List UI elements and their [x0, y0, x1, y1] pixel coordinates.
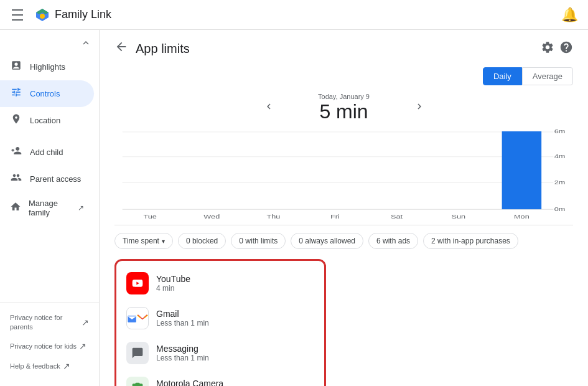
usage-chart: 6m 4m 2m 0m Tue Wed — [114, 126, 573, 225]
chip-time-spent[interactable]: Time spent ▾ — [114, 233, 173, 249]
date-info: Today, January 9 5 min — [282, 93, 406, 123]
next-day-button[interactable] — [406, 98, 432, 118]
prev-day-button[interactable] — [256, 98, 282, 118]
app-item-gmail[interactable]: Gmail Less than 1 min — [116, 301, 324, 336]
sidebar: Highlights Controls Location Add chi — [0, 30, 100, 386]
daily-toggle-button[interactable]: Daily — [483, 67, 522, 85]
help-feedback-link[interactable]: Help & feedback ↗ — [0, 356, 99, 376]
parent-access-label: Parent access — [30, 174, 81, 184]
chip-with-ads-label: 6 with ads — [376, 237, 410, 245]
privacy-parents-link[interactable]: Privacy notice for parents ↗ — [0, 308, 99, 336]
sidebar-item-controls-label: Controls — [30, 89, 60, 98]
chip-blocked-label: 0 blocked — [186, 237, 218, 245]
highlights-icon — [10, 60, 22, 74]
help-feedback-ext-icon: ↗ — [63, 361, 70, 371]
location-icon — [10, 113, 22, 128]
manage-family-label: Manage family — [29, 199, 75, 217]
gmail-icon — [126, 307, 149, 329]
svg-point-2 — [40, 14, 45, 19]
settings-icon[interactable] — [541, 40, 554, 57]
sidebar-item-location-label: Location — [30, 116, 60, 125]
svg-text:Tue: Tue — [143, 213, 156, 219]
sidebar-item-controls[interactable]: Controls — [0, 80, 94, 107]
parent-access-icon — [10, 172, 22, 186]
page-header: App limits — [114, 40, 573, 57]
chip-with-limits[interactable]: 0 with limits — [231, 233, 286, 249]
back-button[interactable] — [114, 40, 128, 57]
time-display: 5 min — [282, 100, 406, 123]
average-toggle-button[interactable]: Average — [522, 67, 573, 85]
svg-text:6m: 6m — [554, 128, 566, 134]
chip-in-app-purchases[interactable]: 2 with in-app purchases — [423, 233, 518, 249]
app-logo — [35, 7, 50, 22]
add-child-icon — [10, 145, 22, 159]
app-item-camera[interactable]: Motorola Camera Less than 1 min — [116, 370, 324, 386]
help-icon[interactable] — [559, 40, 573, 57]
main-layout: Highlights Controls Location Add chi — [0, 30, 588, 386]
svg-text:Fri: Fri — [330, 213, 340, 219]
sidebar-item-add-child[interactable]: Add child — [0, 139, 94, 166]
messaging-name: Messaging — [156, 344, 209, 354]
sidebar-item-highlights-label: Highlights — [30, 62, 65, 72]
svg-text:Sun: Sun — [451, 213, 465, 219]
svg-text:Sat: Sat — [391, 213, 403, 219]
notifications-icon[interactable]: 🔔 — [561, 7, 578, 23]
svg-text:Mon: Mon — [514, 213, 530, 219]
messaging-time: Less than 1 min — [156, 354, 209, 362]
app-list-wrapper: YouTube 4 min Gmail Less than 1 min — [114, 259, 573, 386]
camera-icon — [126, 377, 149, 386]
sidebar-item-manage-family[interactable]: Manage family ↗ — [0, 192, 94, 224]
chip-in-app-purchases-label: 2 with in-app purchases — [431, 237, 510, 245]
manage-family-icon — [10, 201, 21, 215]
chip-time-spent-label: Time spent — [123, 237, 159, 245]
chip-blocked[interactable]: 0 blocked — [178, 233, 226, 249]
svg-rect-11 — [502, 131, 542, 209]
add-child-label: Add child — [30, 148, 63, 157]
svg-text:0m: 0m — [554, 205, 566, 212]
page-header-actions — [541, 40, 573, 57]
view-toggle: Daily Average — [114, 67, 573, 85]
youtube-time: 4 min — [156, 284, 190, 293]
youtube-name: YouTube — [156, 274, 190, 284]
app-item-messaging[interactable]: Messaging Less than 1 min — [116, 336, 324, 370]
chip-with-limits-label: 0 with limits — [239, 237, 278, 245]
manage-family-ext-icon: ↗ — [78, 204, 84, 212]
gmail-time: Less than 1 min — [156, 319, 209, 327]
chip-always-allowed[interactable]: 0 always allowed — [291, 233, 363, 249]
filter-chips: Time spent ▾ 0 blocked 0 with limits 0 a… — [114, 233, 573, 249]
app-list: YouTube 4 min Gmail Less than 1 min — [114, 259, 326, 386]
svg-text:Thu: Thu — [266, 213, 280, 219]
svg-text:4m: 4m — [554, 153, 566, 159]
privacy-kids-link[interactable]: Privacy notice for kids ↗ — [0, 336, 99, 356]
menu-icon[interactable] — [10, 7, 25, 22]
privacy-parents-ext-icon: ↗ — [82, 318, 89, 327]
chip-with-ads[interactable]: 6 with ads — [368, 233, 418, 249]
svg-text:2m: 2m — [554, 179, 566, 186]
date-label: Today, January 9 — [282, 93, 406, 100]
sidebar-collapse-button[interactable] — [0, 35, 99, 54]
content-area: App limits Daily Average Today, January … — [100, 30, 588, 386]
svg-text:Wed: Wed — [203, 213, 220, 219]
page-title: App limits — [136, 42, 541, 56]
sidebar-item-parent-access[interactable]: Parent access — [0, 166, 94, 192]
date-navigation: Today, January 9 5 min — [114, 93, 573, 123]
app-title: Family Link — [55, 8, 561, 21]
app-item-youtube[interactable]: YouTube 4 min — [116, 266, 324, 301]
chip-always-allowed-label: 0 always allowed — [299, 237, 355, 245]
messaging-icon — [126, 342, 149, 364]
chip-time-spent-arrow: ▾ — [162, 238, 165, 245]
sidebar-item-location[interactable]: Location — [0, 107, 94, 134]
topbar: Family Link 🔔 — [0, 0, 588, 30]
controls-icon — [10, 87, 22, 101]
gmail-name: Gmail — [156, 309, 209, 319]
sidebar-item-highlights[interactable]: Highlights — [0, 54, 94, 80]
sidebar-footer: Privacy notice for parents ↗ Privacy not… — [0, 303, 99, 381]
privacy-kids-ext-icon: ↗ — [79, 341, 86, 351]
camera-name: Motorola Camera — [156, 379, 223, 386]
youtube-icon — [126, 272, 149, 294]
